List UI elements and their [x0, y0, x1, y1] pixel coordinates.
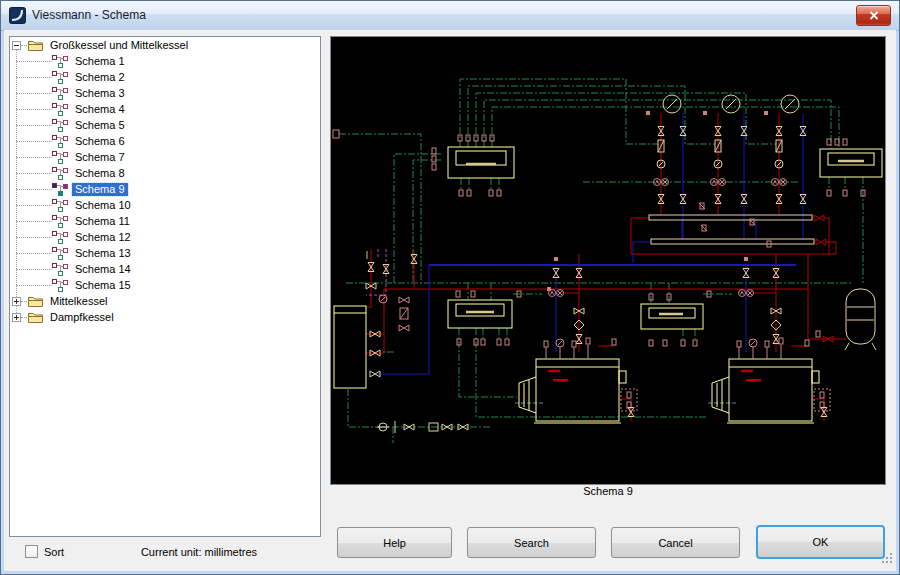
schema-tree-panel[interactable]: Großkessel und MittelkesselSchema 1Schem…	[9, 36, 321, 537]
tree-connector	[16, 109, 52, 110]
expand-box[interactable]	[12, 297, 21, 306]
manifold-mid-right	[641, 304, 703, 329]
schema-preview-panel	[330, 36, 886, 485]
manifold-mid-left	[448, 300, 512, 328]
schema-icon	[52, 71, 69, 84]
tree-item-schema-13[interactable]: Schema 13	[10, 245, 320, 261]
schema-tree: Großkessel und MittelkesselSchema 1Schem…	[10, 37, 320, 325]
dialog-window: Viessmann - Schema Großkessel und Mittel…	[0, 0, 900, 575]
tree-item-schema-6[interactable]: Schema 6	[10, 133, 320, 149]
tree-item-schema-4[interactable]: Schema 4	[10, 101, 320, 117]
manifold-right	[820, 149, 882, 177]
tree-folder-label: Großkessel und Mittelkessel	[47, 39, 191, 52]
schema-icon	[52, 183, 69, 196]
tree-folder-dampfkessel[interactable]: Dampfkessel	[10, 309, 320, 325]
tree-folder-gro-kessel-und-mittelkessel[interactable]: Großkessel und Mittelkessel	[10, 37, 320, 53]
dhw-fittings	[365, 246, 418, 377]
tree-item-label: Schema 10	[72, 199, 134, 212]
tree-connector	[16, 157, 52, 158]
tree-item-schema-8[interactable]: Schema 8	[10, 165, 320, 181]
schema-icon	[52, 279, 69, 292]
window-title: Viessmann - Schema	[32, 8, 146, 22]
app-icon	[9, 7, 26, 24]
tree-connector	[16, 285, 52, 286]
schema-icon	[52, 151, 69, 164]
boiler-2	[712, 359, 819, 423]
tree-connector	[16, 173, 52, 174]
schema-icon	[52, 119, 69, 132]
tree-connector	[16, 253, 52, 254]
tree-connector	[16, 205, 52, 206]
help-button[interactable]: Help	[337, 527, 452, 558]
tree-item-schema-1[interactable]: Schema 1	[10, 53, 320, 69]
schema-icon	[52, 167, 69, 180]
tree-item-label: Schema 15	[72, 279, 134, 292]
tree-item-schema-7[interactable]: Schema 7	[10, 149, 320, 165]
tree-item-schema-10[interactable]: Schema 10	[10, 197, 320, 213]
close-icon	[869, 11, 879, 20]
tree-item-label: Schema 2	[72, 71, 128, 84]
folder-icon	[27, 39, 44, 52]
preview-caption: Schema 9	[330, 485, 886, 497]
tree-item-label: Schema 9	[72, 183, 128, 196]
tree-item-label: Schema 12	[72, 231, 134, 244]
folder-icon	[27, 311, 44, 324]
manifold-top-left	[448, 147, 514, 178]
tree-item-label: Schema 4	[72, 103, 128, 116]
tree-item-schema-15[interactable]: Schema 15	[10, 277, 320, 293]
tree-connector	[16, 237, 52, 238]
tree-item-label: Schema 3	[72, 87, 128, 100]
tree-item-label: Schema 8	[72, 167, 128, 180]
tree-item-label: Schema 7	[72, 151, 128, 164]
schema-icon	[52, 103, 69, 116]
search-button[interactable]: Search	[467, 527, 596, 558]
tree-item-label: Schema 11	[72, 215, 133, 228]
close-button[interactable]	[856, 5, 891, 26]
tree-item-schema-11[interactable]: Schema 11	[10, 213, 320, 229]
tree-connector	[16, 221, 52, 222]
tree-connector	[16, 61, 52, 62]
tree-item-schema-5[interactable]: Schema 5	[10, 117, 320, 133]
folder-icon	[27, 295, 44, 308]
tree-item-label: Schema 13	[72, 247, 134, 260]
boiler-1	[519, 359, 626, 423]
sort-checkbox[interactable]	[25, 545, 38, 558]
green-control-lines	[339, 79, 863, 448]
tree-item-label: Schema 1	[72, 55, 128, 68]
expand-box[interactable]	[12, 313, 21, 322]
schema-icon	[52, 263, 69, 276]
expansion-vessel	[845, 289, 876, 350]
storage-tank	[334, 306, 366, 388]
gas-train	[377, 416, 468, 433]
tree-item-label: Schema 6	[72, 135, 128, 148]
resize-grip[interactable]	[881, 551, 894, 569]
schema-preview-image	[331, 37, 885, 484]
tree-item-schema-14[interactable]: Schema 14	[10, 261, 320, 277]
tree-connector	[16, 141, 52, 142]
tree-item-schema-9[interactable]: Schema 9	[10, 181, 320, 197]
distribution-headers	[649, 215, 814, 244]
ok-button[interactable]: OK	[756, 525, 885, 559]
schema-icon	[52, 215, 69, 228]
heating-circuits	[657, 95, 806, 204]
tree-item-schema-2[interactable]: Schema 2	[10, 69, 320, 85]
title-bar[interactable]: Viessmann - Schema	[1, 1, 899, 31]
tree-connector	[16, 269, 52, 270]
tree-connector	[16, 93, 52, 94]
tree-item-schema-12[interactable]: Schema 12	[10, 229, 320, 245]
tree-connector	[16, 77, 52, 78]
boiler-safety-groups	[544, 338, 830, 417]
tree-item-label: Schema 14	[72, 263, 134, 276]
collapse-box[interactable]	[12, 41, 21, 50]
tree-item-schema-3[interactable]: Schema 3	[10, 85, 320, 101]
tree-connector	[16, 125, 52, 126]
tree-folder-mittelkessel[interactable]: Mittelkessel	[10, 293, 320, 309]
tree-connector	[16, 189, 52, 190]
dialog-client-area: Großkessel und MittelkesselSchema 1Schem…	[4, 30, 896, 571]
current-unit-text: Current unit: millimetres	[94, 546, 304, 558]
tree-item-label: Schema 5	[72, 119, 128, 132]
schema-icon	[52, 247, 69, 260]
schema-icon	[52, 231, 69, 244]
cancel-button[interactable]: Cancel	[611, 527, 740, 558]
schema-icon	[52, 55, 69, 68]
